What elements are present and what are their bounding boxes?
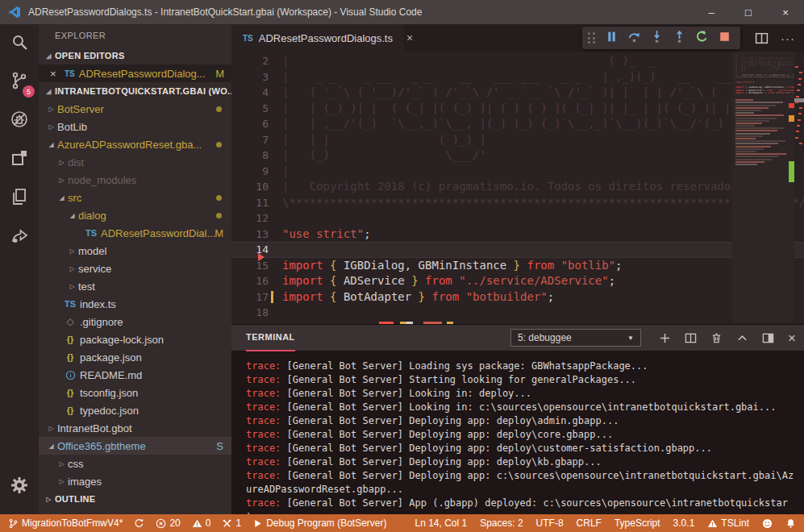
status-warnings[interactable]: 0 <box>192 517 211 529</box>
documents-icon <box>10 187 29 210</box>
overview-ruler[interactable] <box>794 52 804 322</box>
trace-prefix: trace: <box>246 360 281 372</box>
tree-item-css[interactable]: ▷css <box>39 455 231 472</box>
code-line-2: 2| ( )_ _ <box>231 53 804 69</box>
tab-close-icon[interactable]: × <box>406 31 413 44</box>
maximize-button[interactable]: □ <box>730 0 767 24</box>
tree-item-dist[interactable]: ▷dist <box>39 153 231 171</box>
split-editor-button[interactable] <box>755 31 769 45</box>
kill-terminal-button[interactable] <box>710 332 723 344</box>
tree-item-dialog[interactable]: ◢dialog <box>39 206 231 224</box>
new-terminal-button[interactable] <box>659 332 671 344</box>
tree-item-test[interactable]: ▷test <box>39 277 231 295</box>
error-ruler-mark <box>795 102 798 103</box>
status-version[interactable]: 3.0.1 <box>673 517 695 529</box>
tree-item-typedoc-json[interactable]: {}typedoc.json <box>39 401 231 419</box>
activity-item-debug[interactable] <box>0 102 39 140</box>
restart-button[interactable] <box>692 28 712 48</box>
activity-item-documents[interactable] <box>0 179 39 218</box>
status-debug-status[interactable]: Debug Program (BotServer) <box>252 517 386 529</box>
code-token: | | ,__/'(_) `\__,_)`\__, |(_) (_) (_)`\… <box>282 117 785 130</box>
minimize-button[interactable]: – <box>693 0 730 24</box>
activity-item-source-control[interactable]: 5 <box>0 63 39 102</box>
chevron-right-icon: ▷ <box>43 496 55 503</box>
status-cursor-position[interactable]: Ln 14, Col 1 <box>414 517 467 529</box>
workspace-header[interactable]: ◢ INTRANETBOTQUICKSTART.GBAI (WO... <box>39 82 231 100</box>
split-terminal-button[interactable] <box>685 332 697 344</box>
chevron-right-icon: ▷ <box>45 425 57 432</box>
tree-item-label: model <box>78 245 106 257</box>
outline-header[interactable]: ▷ OUTLINE <box>39 490 231 508</box>
terminal-line: trace: [General Bot Server] Looking in: … <box>246 401 796 414</box>
tree-item-package-json[interactable]: {}package.json <box>39 348 231 366</box>
error-ruler-mark <box>797 125 800 127</box>
stop-button[interactable] <box>714 28 735 48</box>
tree-item-office365-gbtheme[interactable]: ◢Office365.gbthemeS <box>39 437 231 455</box>
status-sync[interactable] <box>134 518 144 529</box>
step-out-button[interactable] <box>669 28 689 48</box>
tree-item-label: node_modules <box>68 174 136 186</box>
minimap-line <box>735 94 794 97</box>
activity-item-search[interactable] <box>0 24 39 63</box>
maximize-panel-button[interactable] <box>736 332 748 344</box>
activity-item-settings[interactable] <box>0 468 39 506</box>
tree-item-service[interactable]: ▷service <box>39 260 231 277</box>
close-panel-button[interactable]: × <box>788 331 796 345</box>
status-label: 0 <box>206 517 211 529</box>
chevron-right-icon: ▷ <box>56 478 68 485</box>
drag-handle[interactable] <box>588 32 595 44</box>
code-token: "use strict" <box>282 227 364 240</box>
step-out-icon <box>673 30 686 47</box>
tree-item-gitignore[interactable]: ◇.gitignore <box>39 313 231 330</box>
status-language[interactable]: TypeScript <box>614 517 660 529</box>
tree-item-azureadpasswordreset-gba[interactable]: ◢AzureADPasswordReset.gba... <box>39 135 231 153</box>
terminal-selector-dropdown[interactable]: 5: debuggee ▼ <box>510 329 641 347</box>
open-editors-header[interactable]: ◢ OPEN EDITORS <box>39 47 231 64</box>
tree-item-model[interactable]: ▷model <box>39 242 231 260</box>
status-tslint[interactable]: TSLint <box>707 517 749 529</box>
step-over-button[interactable] <box>624 28 644 48</box>
terminal-tab[interactable]: TERMINAL <box>246 324 295 351</box>
activity-item-extensions[interactable] <box>0 140 39 179</box>
tree-item-label: typedoc.json <box>80 405 139 417</box>
debug-icon <box>10 110 29 132</box>
step-into-button[interactable] <box>647 28 667 48</box>
status-indentation[interactable]: Spaces: 2 <box>480 517 523 529</box>
code-token: \***************************************… <box>282 196 804 209</box>
tree-item-index-ts[interactable]: TSindex.ts <box>39 295 231 313</box>
close-button[interactable]: × <box>767 0 804 24</box>
terminal-output[interactable]: trace: [General Bot Server] Loading sys … <box>231 351 804 514</box>
activity-item-live-share[interactable] <box>0 218 39 256</box>
scm-badge: 5 <box>23 85 35 98</box>
more-actions-button[interactable]: ··· <box>781 31 795 45</box>
editor-tab-active[interactable]: TS ADResetPasswordDialogs.ts × <box>231 24 404 52</box>
status-feedback[interactable] <box>762 518 773 529</box>
open-editor-item[interactable]: × TS ADResetPasswordDialog... M <box>39 64 231 82</box>
status-label: Spaces: 2 <box>480 517 523 529</box>
tab-filename: ADResetPasswordDialogs.ts <box>259 32 393 44</box>
tree-item-src[interactable]: ◢src <box>39 189 231 206</box>
code-editor[interactable]: 2| ( )_ _3| _ _ _ __ _ _ __ ___ ___ _ _ … <box>231 52 804 324</box>
tree-item-readme-md[interactable]: README.md <box>39 366 231 384</box>
tree-item-label: test <box>78 281 95 293</box>
warning-icon <box>192 518 202 529</box>
status-eol[interactable]: CRLF <box>577 517 602 529</box>
tree-item-tsconfig-json[interactable]: {}tsconfig.json <box>39 384 231 401</box>
status-errors[interactable]: 20 <box>156 517 180 529</box>
tools-icon <box>222 518 232 529</box>
tree-item-intranetbot-gbot[interactable]: ▷IntranetBot.gbot <box>39 419 231 437</box>
minimap[interactable]: | ( )_ _| _ _ _ __ _ _ __ ___ ___ _ _ | … <box>732 52 794 322</box>
pause-button[interactable] <box>602 28 622 48</box>
status-encoding[interactable]: UTF-8 <box>536 517 564 529</box>
status-notifications[interactable] <box>785 518 796 529</box>
tree-item-botserver[interactable]: ▷BotServer <box>39 100 231 118</box>
close-icon[interactable]: × <box>50 68 60 80</box>
status-tasks[interactable]: 1 <box>222 517 241 529</box>
tree-item-adresetpassworddial[interactable]: TSADResetPasswordDial...M <box>39 224 231 242</box>
tree-item-node-modules[interactable]: ▷node_modules <box>39 171 231 189</box>
tree-item-images[interactable]: ▷images <box>39 472 231 490</box>
move-panel-button[interactable] <box>762 332 774 344</box>
status-git-branch[interactable]: MigrationToBotFmwV4* <box>8 517 123 529</box>
tree-item-package-lock-json[interactable]: {}package-lock.json <box>39 330 231 348</box>
tree-item-botlib[interactable]: ▷BotLib <box>39 118 231 135</box>
